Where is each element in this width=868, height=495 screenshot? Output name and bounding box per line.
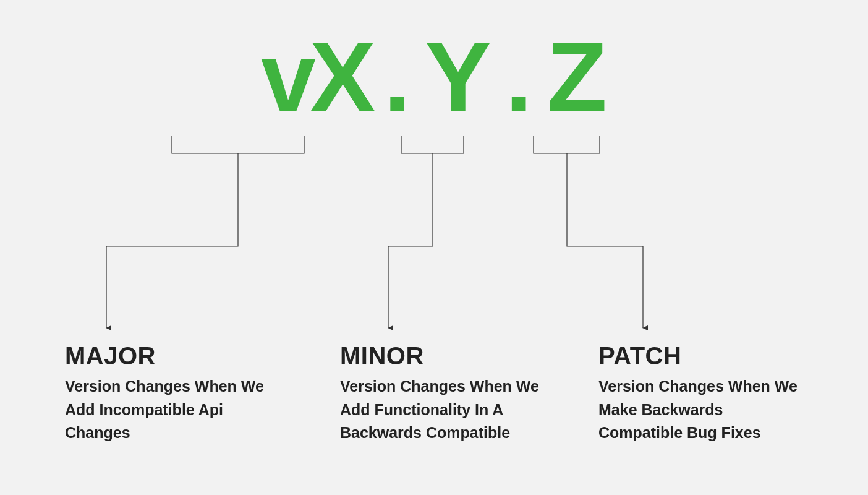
version-dot: . <box>491 28 547 127</box>
version-format: vX.Y.Z <box>0 28 868 127</box>
major-title: MAJOR <box>65 342 269 370</box>
minor-title: MINOR <box>340 342 544 370</box>
major-description: Version Changes When We Add Incompatible… <box>65 375 269 445</box>
minor-description: Version Changes When We Add Functionalit… <box>340 375 544 445</box>
patch-description: Version Changes When We Make Backwards C… <box>598 375 802 445</box>
version-major-symbol: vX <box>261 22 370 132</box>
version-patch-symbol: Z <box>547 22 607 132</box>
version-minor-symbol: Y <box>425 22 491 132</box>
minor-section: MINOR Version Changes When We Add Functi… <box>340 342 544 445</box>
version-dot: . <box>370 28 425 127</box>
patch-section: PATCH Version Changes When We Make Backw… <box>598 342 802 445</box>
major-section: MAJOR Version Changes When We Add Incomp… <box>65 342 269 445</box>
semver-diagram: vX.Y.Z MAJOR Version Changes When We Add… <box>0 0 868 495</box>
patch-title: PATCH <box>598 342 802 370</box>
